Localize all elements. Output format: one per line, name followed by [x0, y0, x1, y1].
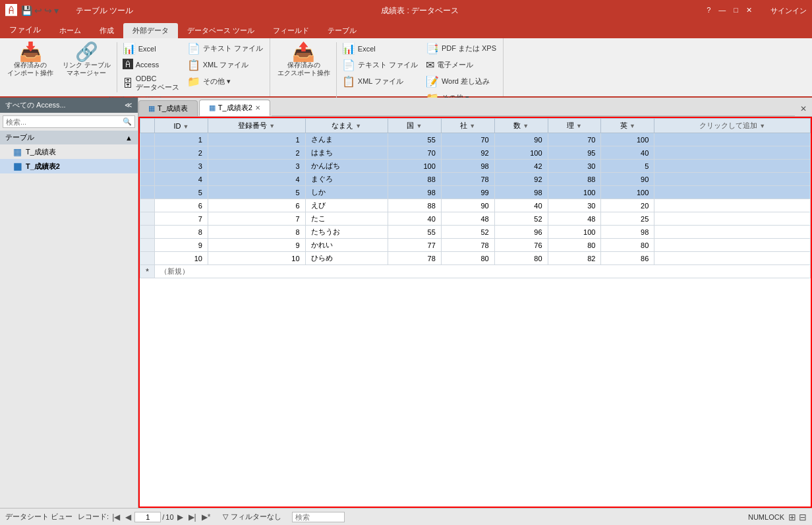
row-selector[interactable] [140, 173, 155, 186]
export-xml-label: XML ファイル [358, 77, 403, 86]
export-excel-button[interactable]: 📊 Excel [339, 41, 420, 56]
tab-t1[interactable]: ▦ T_成績表 [138, 100, 198, 116]
table-row[interactable]: 4 4 まぐろ 88 78 92 88 90 [140, 173, 811, 186]
data-table-container[interactable]: ID ▼ 登録番号 ▼ なまえ ▼ 国 ▼ 社 ▼ 数 ▼ 理 ▼ 英 ▼ クリ… [138, 117, 812, 508]
row-selector[interactable] [140, 212, 155, 226]
import-odbc-button[interactable]: 🗄 ODBCデータベース [120, 73, 182, 94]
tab-close-all[interactable]: ✕ [795, 102, 812, 116]
cell-add [654, 173, 811, 186]
record-current-input[interactable] [134, 512, 161, 522]
signin-button[interactable]: サインイン [760, 6, 807, 16]
excel-icon: 📊 [123, 42, 136, 55]
search-input[interactable] [292, 512, 345, 522]
nav-item-t1[interactable]: ▦ T_成績表 [0, 144, 138, 159]
export-xml-icon: 📋 [342, 75, 355, 88]
col-suu[interactable]: 数 ▼ [494, 119, 548, 133]
col-id[interactable]: ID ▼ [155, 119, 208, 133]
tab-dbtools[interactable]: データベース ツール [178, 23, 264, 38]
tab-table[interactable]: テーブル [318, 23, 366, 38]
nav-last[interactable]: ▶| [187, 512, 198, 522]
table-row[interactable]: 7 7 たこ 40 48 52 48 25 [140, 212, 811, 226]
redo-quickaccess[interactable]: ↪ [44, 5, 52, 16]
table-row[interactable]: 9 9 かれい 77 78 76 80 80 [140, 239, 811, 252]
col-sha[interactable]: 社 ▼ [441, 119, 494, 133]
new-row[interactable]: * （新規） [140, 265, 811, 278]
col-name[interactable]: なまえ ▼ [305, 119, 388, 133]
filter-button[interactable]: ▽ フィルターなし [218, 510, 287, 523]
row-selector[interactable] [140, 239, 155, 252]
tab-file[interactable]: ファイル [0, 22, 50, 38]
row-selector[interactable] [140, 133, 155, 146]
table-row[interactable]: 2 2 はまち 70 92 100 95 40 [140, 146, 811, 160]
nav-search-box[interactable]: 🔍 [3, 115, 135, 128]
col-selector[interactable] [140, 119, 155, 133]
col-reg[interactable]: 登録番号 ▼ [208, 119, 305, 133]
tab-t2[interactable]: ▦ T_成績表2 ✕ [199, 100, 270, 116]
cell-koku: 88 [388, 199, 441, 212]
cell-id: 7 [155, 212, 208, 226]
import-access-button[interactable]: 🅰 Access [120, 57, 182, 72]
save-quickaccess[interactable]: 💾 [21, 5, 32, 16]
export-pdf-button[interactable]: 📑 PDF または XPS [423, 41, 499, 56]
cell-reg: 1 [208, 133, 305, 146]
nav-section-tables[interactable]: テーブル ▲ [0, 131, 138, 144]
table-icon-t1: ▦ [13, 146, 22, 157]
minimize-button[interactable]: — [718, 6, 726, 16]
cell-sha: 90 [441, 199, 494, 212]
close-button[interactable]: ✕ [746, 6, 752, 16]
maximize-button[interactable]: □ [734, 6, 738, 16]
link-table-button[interactable]: 🔗 リンク テーブルマネージャー [59, 41, 114, 79]
table-row[interactable]: 10 10 ひらめ 78 80 80 82 86 [140, 252, 811, 265]
row-selector[interactable] [140, 160, 155, 173]
table-row[interactable]: 3 3 かんぱち 100 98 42 30 5 [140, 160, 811, 173]
tab-create[interactable]: 作成 [90, 23, 123, 38]
table-row[interactable]: 8 8 たちうお 55 52 96 100 98 [140, 226, 811, 239]
col-koku[interactable]: 国 ▼ [388, 119, 441, 133]
row-selector[interactable] [140, 199, 155, 212]
col-ri[interactable]: 理 ▼ [548, 119, 601, 133]
more-quickaccess[interactable]: ▾ [54, 5, 59, 16]
col-add[interactable]: クリックして追加 ▼ [654, 119, 811, 133]
export-email-button[interactable]: ✉ 電子メール [423, 57, 499, 73]
import-excel-button[interactable]: 📊 Excel [120, 41, 182, 56]
table-row[interactable]: 1 1 さんま 55 70 90 70 100 [140, 133, 811, 146]
row-selector[interactable] [140, 252, 155, 265]
nav-next[interactable]: ▶ [175, 512, 185, 522]
pivot-view-icon[interactable]: ⊟ [799, 512, 807, 522]
undo-quickaccess[interactable]: ↩ [34, 5, 42, 16]
row-selector[interactable] [140, 186, 155, 199]
nav-new[interactable]: ▶* [200, 512, 213, 522]
cell-suu: 80 [494, 252, 548, 265]
datasheet-view-icon[interactable]: ⊞ [788, 512, 796, 522]
import-text-button[interactable]: 📄 テキスト ファイル [185, 41, 266, 56]
col-ei[interactable]: 英 ▼ [601, 119, 654, 133]
saved-export-button[interactable]: 📤 保存済みのエクスポート操作 [274, 41, 334, 79]
tab-close-t2[interactable]: ✕ [255, 104, 260, 111]
tab-home[interactable]: ホーム [50, 23, 90, 38]
nav-header: すべての Access... ≪ [0, 98, 138, 113]
cell-koku: 88 [388, 173, 441, 186]
table-row[interactable]: 5 5 しか 98 99 98 100 100 [140, 186, 811, 199]
tab-field[interactable]: フィールド [264, 23, 318, 38]
nav-item-t2[interactable]: ▦ T_成績表2 [0, 159, 138, 173]
cell-ei: 98 [601, 226, 654, 239]
saved-import-button[interactable]: 📥 保存済みのインポート操作 [4, 41, 57, 79]
nav-chevron[interactable]: ≪ [125, 101, 132, 109]
import-xml-button[interactable]: 📋 XML ファイル [185, 57, 266, 73]
row-selector[interactable] [140, 146, 155, 160]
export-word-button[interactable]: 📝 Word 差し込み [423, 74, 499, 89]
tab-external[interactable]: 外部データ [123, 23, 178, 38]
export-email-label: 電子メール [437, 60, 473, 70]
cell-ri: 100 [548, 226, 601, 239]
table-row[interactable]: 6 6 えび 88 90 40 30 20 [140, 199, 811, 212]
nav-first[interactable]: |◀ [110, 512, 122, 522]
nav-prev[interactable]: ◀ [123, 512, 133, 522]
export-xml-button[interactable]: 📋 XML ファイル [339, 74, 420, 89]
access-icon: 🅰 [123, 59, 133, 71]
cell-name: しか [305, 186, 388, 199]
row-selector[interactable] [140, 226, 155, 239]
export-text-button[interactable]: 📄 テキスト ファイル [339, 57, 420, 73]
import-more-button[interactable]: 📁 その他 ▾ [185, 74, 266, 89]
nav-search-input[interactable] [6, 118, 123, 126]
help-button[interactable]: ? [707, 6, 710, 16]
